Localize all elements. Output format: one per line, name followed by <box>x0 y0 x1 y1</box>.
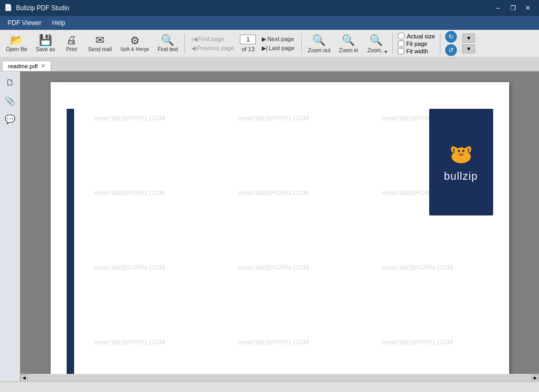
watermark-8: www.WEBPORN.COM <box>237 263 309 271</box>
toolbar: 📂 Open file 💾 Save as 🖨 Print ✉ Send mai… <box>0 30 539 58</box>
last-page-label: Last page <box>269 45 294 51</box>
app-title: Bullzip PDF Studio <box>16 4 69 12</box>
page-total: of 13 <box>242 46 254 52</box>
scroll-track[interactable] <box>28 375 532 381</box>
zoom-icon: 🔍 <box>369 34 383 46</box>
split-merge-label: Split & Merge <box>120 47 149 52</box>
dropdown-btn-1[interactable]: ▼ <box>462 34 475 43</box>
tab-close-icon[interactable]: ✕ <box>41 63 45 69</box>
sidebar-pages-button[interactable]: 🗋 <box>2 75 18 91</box>
scroll-right-button[interactable]: ▶ <box>532 374 539 382</box>
split-merge-button[interactable]: ⚙ Split & Merge <box>117 31 153 56</box>
zoom-out-label: Zoom out <box>308 47 331 53</box>
separator-1 <box>184 34 185 54</box>
next-page-button[interactable]: ▶ Next page <box>260 35 295 43</box>
watermark-9: www.WEBPORN.COM <box>381 263 453 271</box>
previous-page-label: Previous page <box>197 45 234 51</box>
tab-readme[interactable]: readme.pdf ✕ <box>2 61 51 71</box>
actual-size-label: Actual size <box>407 33 435 39</box>
watermark-12: www.WEBPORN.COM <box>381 338 453 346</box>
watermark-2: www.WEBPORN.COM <box>237 114 309 122</box>
svg-point-8 <box>461 154 462 155</box>
sidebar-attachments-button[interactable]: 📎 <box>2 93 18 109</box>
scroll-left-button[interactable]: ◀ <box>20 374 28 382</box>
open-file-label: Open file <box>6 46 27 52</box>
pdf-canvas: www.WEBPORN.COM www.WEBPORN.COM www.WEBP… <box>51 82 509 381</box>
attachments-icon: 📎 <box>5 96 15 106</box>
bullzip-text: bullzip <box>444 170 478 182</box>
left-sidebar: 🗋 📎 💬 <box>0 71 20 381</box>
save-as-button[interactable]: 💾 Save as <box>32 31 59 56</box>
menu-item-pdf-viewer[interactable]: PDF Viewer <box>2 18 47 28</box>
split-merge-icon: ⚙ <box>130 35 140 46</box>
find-text-button[interactable]: 🔍 Find text <box>154 31 182 56</box>
bullzip-logo: bullzip <box>429 109 493 215</box>
print-label: Print <box>66 46 77 52</box>
first-page-button[interactable]: |◀ First page <box>190 35 226 43</box>
restore-button[interactable]: ❐ <box>506 2 520 14</box>
svg-point-5 <box>462 150 464 152</box>
page-number-input[interactable]: 1 <box>240 35 256 44</box>
title-bar: 📄 Bullzip PDF Studio – ❐ ✕ <box>0 0 539 16</box>
zoom-out-icon: 🔍 <box>312 34 326 46</box>
circular-buttons: ↻ ↺ <box>443 30 459 57</box>
actual-size-radio[interactable] <box>398 33 405 39</box>
fit-width-label: Fit width <box>406 48 428 54</box>
open-file-icon: 📂 <box>10 35 23 45</box>
send-mail-label: Send mail <box>88 46 111 52</box>
view-options: Actual size Fit page Fit width <box>396 33 437 54</box>
next-page-icon: ▶ <box>262 36 266 43</box>
svg-point-6 <box>458 153 464 156</box>
first-page-icon: |◀ <box>191 36 197 43</box>
fit-width-option[interactable]: Fit width <box>398 48 435 54</box>
pages-icon: 🗋 <box>6 78 14 87</box>
sidebar-comments-button[interactable]: 💬 <box>2 111 18 127</box>
last-page-button[interactable]: ▶| Last page <box>260 44 296 52</box>
find-text-label: Find text <box>158 46 178 52</box>
fit-page-option[interactable]: Fit page <box>398 41 435 47</box>
first-page-label: First page <box>198 36 224 42</box>
fit-page-checkbox[interactable] <box>398 41 404 47</box>
tabs-bar: readme.pdf ✕ <box>0 58 539 71</box>
zoom-in-button[interactable]: 🔍 Zoom in <box>335 31 362 56</box>
svg-point-7 <box>459 154 460 155</box>
bullzip-bull-icon <box>445 142 477 166</box>
watermark-7: www.WEBPORN.COM <box>93 263 165 271</box>
fit-page-label: Fit page <box>406 41 428 47</box>
send-mail-icon: ✉ <box>95 35 104 45</box>
refresh-button[interactable]: ↻ <box>445 31 457 43</box>
app-icon: 📄 <box>4 4 13 12</box>
dropdown-btn-2[interactable]: ▼ <box>462 44 475 53</box>
actual-size-option[interactable]: Actual size <box>398 33 435 39</box>
find-text-icon: 🔍 <box>161 35 174 45</box>
previous-page-button[interactable]: ◀ Previous page <box>190 44 236 52</box>
svg-point-4 <box>458 150 460 152</box>
print-button[interactable]: 🖨 Print <box>60 31 83 56</box>
fit-width-checkbox[interactable] <box>398 48 404 54</box>
watermark-11: www.WEBPORN.COM <box>237 338 309 346</box>
zoom-dropdown-button[interactable]: 🔍 Zoom... ▼ <box>363 31 390 56</box>
save-as-icon: 💾 <box>39 35 52 45</box>
menu-item-help[interactable]: Help <box>47 18 71 28</box>
separator-4 <box>440 34 440 54</box>
navigation-area-right: ▶ Next page ▶| Last page <box>258 31 298 56</box>
pdf-blue-sidebar <box>67 109 74 381</box>
pdf-view-area[interactable]: www.WEBPORN.COM www.WEBPORN.COM www.WEBP… <box>20 71 539 381</box>
open-file-button[interactable]: 📂 Open file <box>2 31 31 56</box>
close-button[interactable]: ✕ <box>521 2 535 14</box>
horizontal-scrollbar[interactable]: ◀ ▶ <box>20 374 539 381</box>
zoom-in-icon: 🔍 <box>342 34 355 46</box>
zoom-in-label: Zoom in <box>339 47 358 53</box>
zoom-out-button[interactable]: 🔍 Zoom out <box>304 31 334 56</box>
menu-bar: PDF Viewer Help <box>0 16 539 30</box>
tab-label: readme.pdf <box>8 63 38 69</box>
send-mail-button[interactable]: ✉ Send mail <box>84 31 115 56</box>
watermark-1: www.WEBPORN.COM <box>93 114 165 122</box>
watermark-4: www.WEBPORN.COM <box>93 189 165 197</box>
minimize-button[interactable]: – <box>491 2 505 14</box>
next-page-label: Next page <box>267 36 294 42</box>
refresh-button-2[interactable]: ↺ <box>445 44 457 56</box>
previous-page-icon: ◀ <box>191 45 196 52</box>
zoom-label: Zoom... <box>367 47 385 53</box>
separator-2 <box>301 34 302 54</box>
